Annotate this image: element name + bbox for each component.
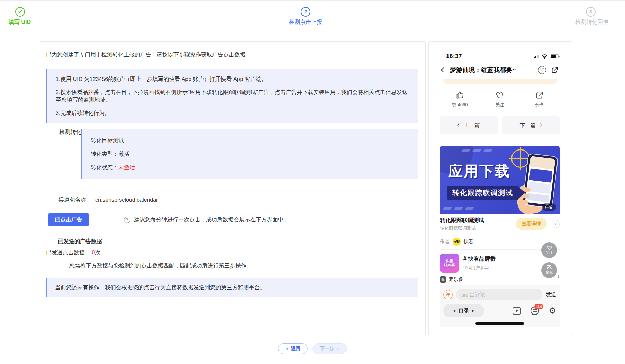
signal-icon xyxy=(534,55,540,58)
back-button[interactable]: « 返回 xyxy=(278,343,308,354)
comic-page-bottom-strip xyxy=(443,79,557,84)
status-icons xyxy=(534,54,559,59)
heart-plus-icon xyxy=(546,245,552,250)
view-details-button[interactable]: 查看详情 xyxy=(516,218,547,230)
ad-banner[interactable]: 应用下载 转化跟踪联调测试 广告 xyxy=(440,146,560,214)
conversion-status-label: 转化状态： xyxy=(91,164,118,170)
comment-bar: 评 发送 xyxy=(443,289,556,300)
click-hint-text: 建议您每分钟进行一次点击，成功后数据会展示在下方界面中。 xyxy=(134,216,289,224)
comments-bubble-icon[interactable]: 114 xyxy=(531,307,539,315)
like-label: 赞 4660 xyxy=(452,102,468,108)
home-indicator xyxy=(475,322,524,325)
follow-label: 关注 xyxy=(495,102,504,108)
prev-chapter-button[interactable]: 上一篇 xyxy=(440,116,498,134)
comment-badge-icon: 评 xyxy=(443,290,453,299)
catalog-right-arrow-icon[interactable]: ▶ xyxy=(472,309,474,312)
prev-chapter-label: 上一篇 xyxy=(464,122,480,129)
chapter-pager: 上一篇 下一篇 xyxy=(440,116,560,134)
close-ad-icon[interactable]: × xyxy=(552,220,560,228)
conversion-status-row: 转化状态：未激活 xyxy=(91,164,410,171)
catalog-button[interactable]: ◀ 目录 ▶ xyxy=(443,304,484,317)
sent-count-row: 已发送点击数据： 0次 xyxy=(46,249,100,256)
step-2-number: 2 xyxy=(304,9,307,15)
ad-info-card: 转化跟踪联调测试 转化跟踪联调测试 查看详情 × xyxy=(440,214,560,234)
step-1-done-icon xyxy=(15,7,25,17)
floating-follow-label: 关注 xyxy=(546,251,553,255)
step-1-label: 填写 UID xyxy=(9,19,31,26)
conversion-type-label: 转化类型： xyxy=(91,151,118,157)
kuaikan-logo-icon: 快看! xyxy=(452,237,461,246)
share-icon[interactable] xyxy=(551,66,559,74)
conversion-type-row: 转化类型：激活 xyxy=(91,151,410,157)
help-icon[interactable]: ? xyxy=(124,217,130,223)
next-chapter-label: 下一篇 xyxy=(520,122,535,129)
header-line xyxy=(107,242,418,242)
instruction-step-2: 2.搜索快看品牌番，点击栏目，下拉漫画找到右侧所示"应用下载转化跟踪联调测试"广… xyxy=(56,89,410,104)
conversion-status-value: 未激活 xyxy=(118,164,135,170)
follow-button[interactable]: 关注 xyxy=(480,91,519,108)
share-button[interactable]: 分享 xyxy=(520,91,560,108)
next-chevron-icon xyxy=(538,123,542,127)
comment-input[interactable] xyxy=(456,289,542,300)
next-button[interactable]: 下一步 » xyxy=(312,343,347,354)
heart-plus-icon xyxy=(495,91,504,100)
thumbs-up-icon xyxy=(455,91,464,100)
sticker-tag-row[interactable]: 贴 养乐多 xyxy=(440,276,463,283)
back-chevron-icon[interactable] xyxy=(441,67,446,72)
channel-package-value: cn.sensorscloud.calendar xyxy=(95,197,158,203)
reader-toolbar: ◀ 目录 ▶ 114 ⚙ xyxy=(443,304,556,317)
author-name[interactable]: 快看 xyxy=(464,239,473,245)
match-hint-text: 您需将下方数据与您检测到的点击数据匹配，匹配成功后进行第三步操作。 xyxy=(69,262,252,270)
main-panel: 已为您创建了专门用于检测转化上报的广告，请按以下步骤操作获取广告点击数据。 1.… xyxy=(40,41,426,336)
banner-stripe xyxy=(453,207,463,210)
comment-count-badge: 114 xyxy=(534,304,543,309)
instruction-step-1: 1.使用 UID 为123456的账户（即上一步填写的快看 App 账户）打开快… xyxy=(56,75,410,83)
sent-data-section-header: 已发送的广告数据 xyxy=(45,238,418,245)
step-3-circle: 3 xyxy=(586,7,596,17)
instruction-step-3: 3.完成后续转化行为。 xyxy=(56,109,410,117)
crosshair-target-icon xyxy=(511,149,530,168)
like-button[interactable]: 赞 4660 xyxy=(440,91,480,108)
sent-count-unit: 次 xyxy=(95,249,100,255)
conversion-goal: 转化目标测试 xyxy=(91,137,410,144)
wizard-footer: « 返回 下一步 » xyxy=(0,343,625,354)
catalog-left-arrow-icon[interactable]: ◀ xyxy=(453,309,455,312)
toolbar-icons: 114 ⚙ xyxy=(513,307,556,315)
check-icon xyxy=(18,9,22,14)
author-row: 作者 快看! 快看 xyxy=(440,238,560,246)
top-badge: 1 xyxy=(557,275,559,279)
send-button[interactable]: 发送 xyxy=(546,291,556,298)
video-episode-icon[interactable] xyxy=(513,307,521,315)
stepper: 2 3 填写 UID 检测点击上报 检测转化回传 xyxy=(0,0,625,31)
sent-count-label: 已发送点击数据： xyxy=(46,249,90,255)
ad-tag-badge: 广告 xyxy=(542,203,556,211)
topic-title: # 快看品牌番 xyxy=(463,255,496,263)
phone-bottom-section: 评 发送 ◀ 目录 ▶ 114 ⚙ xyxy=(440,285,560,327)
banner-subtitle: 转化跟踪联调测试 xyxy=(447,186,518,200)
banner-stripe xyxy=(442,207,452,210)
ad-clicked-button[interactable]: 已点击广告 xyxy=(48,213,89,226)
up-arrow-icon xyxy=(547,266,552,271)
author-label: 作者 xyxy=(440,239,450,245)
catalog-label: 目录 xyxy=(459,308,469,314)
phone-illustration xyxy=(523,154,558,207)
sent-data-title: 已发送的广告数据 xyxy=(58,238,102,245)
detail-badge-icon[interactable]: 详 xyxy=(538,66,546,74)
banner-stripe xyxy=(483,149,493,152)
topic-avatar-line2: 品牌番 xyxy=(444,263,455,268)
floating-follow-button[interactable]: 关注 xyxy=(541,242,557,258)
banner-stripe xyxy=(472,149,482,152)
phone-nav-bar: 梦游仙境：红蓝我都要~ 详 xyxy=(442,66,559,74)
step-3-label: 检测转化回传 xyxy=(575,19,608,26)
battery-icon xyxy=(550,54,559,58)
ad-info-text: 转化跟踪联调测试 转化跟踪联调测试 xyxy=(440,216,516,231)
double-arrow-left-icon: « xyxy=(285,346,288,352)
step-3-number: 3 xyxy=(589,9,592,15)
settings-gear-icon[interactable]: ⚙ xyxy=(549,307,556,315)
comic-title: 梦游仙境：红蓝我都要~ xyxy=(450,66,538,74)
next-chapter-button[interactable]: 下一篇 xyxy=(502,116,560,134)
intro-text: 已为您创建了专门用于检测转化上报的广告，请按以下步骤操作获取广告点击数据。 xyxy=(46,51,251,58)
banner-stripe xyxy=(464,207,474,210)
topic-avatar: 快看 品牌番 xyxy=(440,254,459,273)
back-to-top-button[interactable]: 顶部 1 xyxy=(541,262,557,278)
